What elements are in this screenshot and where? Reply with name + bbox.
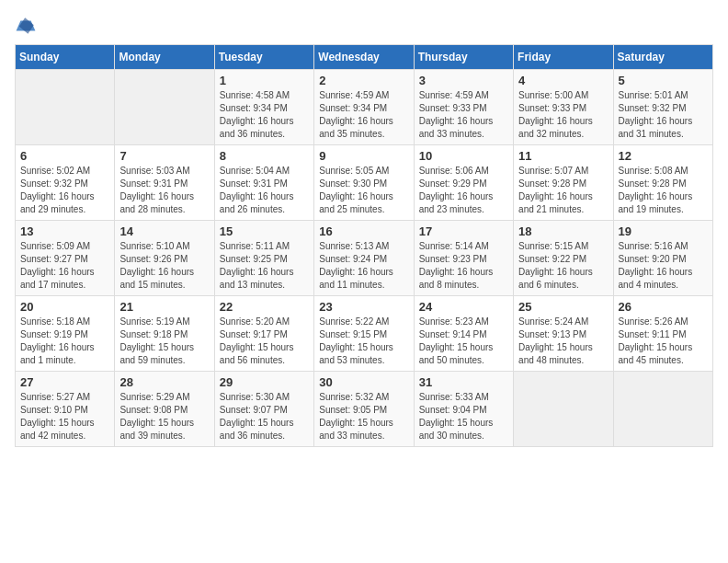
day-content: Sunrise: 5:22 AM Sunset: 9:15 PM Dayligh… bbox=[319, 316, 408, 367]
calendar-cell: 9Sunrise: 5:05 AM Sunset: 9:30 PM Daylig… bbox=[314, 145, 414, 221]
day-content: Sunrise: 5:03 AM Sunset: 9:31 PM Dayligh… bbox=[119, 165, 209, 216]
day-content: Sunrise: 5:05 AM Sunset: 9:30 PM Dayligh… bbox=[319, 165, 408, 216]
calendar-cell: 2Sunrise: 4:59 AM Sunset: 9:34 PM Daylig… bbox=[314, 70, 414, 145]
calendar-cell: 6Sunrise: 5:02 AM Sunset: 9:32 PM Daylig… bbox=[16, 145, 115, 221]
calendar-cell: 30Sunrise: 5:32 AM Sunset: 9:05 PM Dayli… bbox=[314, 372, 414, 447]
day-number: 30 bbox=[319, 375, 408, 389]
logo-icon bbox=[15, 15, 37, 37]
day-number: 15 bbox=[220, 224, 309, 238]
day-content: Sunrise: 5:26 AM Sunset: 9:11 PM Dayligh… bbox=[619, 316, 708, 367]
day-number: 22 bbox=[220, 300, 309, 314]
calendar-cell: 1Sunrise: 4:58 AM Sunset: 9:34 PM Daylig… bbox=[214, 70, 313, 145]
day-number: 17 bbox=[419, 224, 508, 238]
calendar-cell bbox=[16, 70, 115, 145]
day-content: Sunrise: 5:13 AM Sunset: 9:24 PM Dayligh… bbox=[319, 240, 408, 292]
calendar-cell: 14Sunrise: 5:10 AM Sunset: 9:26 PM Dayli… bbox=[115, 221, 214, 296]
day-number: 3 bbox=[419, 74, 508, 87]
calendar-cell: 18Sunrise: 5:15 AM Sunset: 9:22 PM Dayli… bbox=[514, 221, 613, 296]
calendar-week-row: 27Sunrise: 5:27 AM Sunset: 9:10 PM Dayli… bbox=[16, 372, 713, 447]
calendar-cell: 15Sunrise: 5:11 AM Sunset: 9:25 PM Dayli… bbox=[214, 221, 313, 296]
day-number: 12 bbox=[619, 149, 708, 163]
calendar-cell bbox=[613, 372, 712, 447]
day-content: Sunrise: 4:58 AM Sunset: 9:34 PM Dayligh… bbox=[220, 89, 309, 141]
day-content: Sunrise: 5:14 AM Sunset: 9:23 PM Dayligh… bbox=[419, 240, 508, 292]
day-number: 10 bbox=[419, 149, 508, 163]
calendar-cell bbox=[115, 70, 214, 145]
day-content: Sunrise: 5:08 AM Sunset: 9:28 PM Dayligh… bbox=[619, 165, 708, 216]
day-number: 27 bbox=[20, 375, 109, 389]
day-content: Sunrise: 5:00 AM Sunset: 9:33 PM Dayligh… bbox=[518, 89, 608, 141]
calendar-cell: 8Sunrise: 5:04 AM Sunset: 9:31 PM Daylig… bbox=[214, 145, 313, 221]
calendar-week-row: 1Sunrise: 4:58 AM Sunset: 9:34 PM Daylig… bbox=[16, 70, 713, 145]
calendar-cell: 29Sunrise: 5:30 AM Sunset: 9:07 PM Dayli… bbox=[214, 372, 313, 447]
calendar-week-row: 20Sunrise: 5:18 AM Sunset: 9:19 PM Dayli… bbox=[16, 296, 713, 372]
day-number: 4 bbox=[518, 74, 608, 87]
day-number: 20 bbox=[20, 300, 109, 314]
day-number: 6 bbox=[20, 149, 109, 163]
day-number: 26 bbox=[619, 300, 708, 314]
day-content: Sunrise: 5:33 AM Sunset: 9:04 PM Dayligh… bbox=[419, 391, 508, 442]
day-number: 7 bbox=[119, 149, 209, 163]
day-content: Sunrise: 5:16 AM Sunset: 9:20 PM Dayligh… bbox=[619, 240, 708, 292]
logo bbox=[15, 15, 40, 37]
day-content: Sunrise: 4:59 AM Sunset: 9:34 PM Dayligh… bbox=[319, 89, 408, 141]
day-of-week-header: Tuesday bbox=[214, 45, 313, 70]
day-number: 28 bbox=[119, 375, 209, 389]
calendar-cell: 19Sunrise: 5:16 AM Sunset: 9:20 PM Dayli… bbox=[613, 221, 712, 296]
day-content: Sunrise: 5:19 AM Sunset: 9:18 PM Dayligh… bbox=[119, 316, 209, 367]
day-number: 5 bbox=[619, 74, 708, 87]
day-content: Sunrise: 5:32 AM Sunset: 9:05 PM Dayligh… bbox=[319, 391, 408, 442]
calendar-cell: 16Sunrise: 5:13 AM Sunset: 9:24 PM Dayli… bbox=[314, 221, 414, 296]
calendar-body: 1Sunrise: 4:58 AM Sunset: 9:34 PM Daylig… bbox=[16, 70, 713, 447]
day-content: Sunrise: 5:15 AM Sunset: 9:22 PM Dayligh… bbox=[518, 240, 608, 292]
day-content: Sunrise: 5:02 AM Sunset: 9:32 PM Dayligh… bbox=[20, 165, 109, 216]
calendar-cell: 13Sunrise: 5:09 AM Sunset: 9:27 PM Dayli… bbox=[16, 221, 115, 296]
day-content: Sunrise: 5:01 AM Sunset: 9:32 PM Dayligh… bbox=[619, 89, 708, 141]
page-header bbox=[15, 15, 713, 37]
calendar-cell: 3Sunrise: 4:59 AM Sunset: 9:33 PM Daylig… bbox=[414, 70, 513, 145]
day-number: 24 bbox=[419, 300, 508, 314]
day-number: 8 bbox=[220, 149, 309, 163]
day-of-week-header: Thursday bbox=[414, 45, 513, 70]
day-number: 29 bbox=[220, 375, 309, 389]
day-content: Sunrise: 5:09 AM Sunset: 9:27 PM Dayligh… bbox=[20, 240, 109, 292]
day-of-week-header: Saturday bbox=[613, 45, 712, 70]
calendar-cell: 12Sunrise: 5:08 AM Sunset: 9:28 PM Dayli… bbox=[613, 145, 712, 221]
calendar-cell: 24Sunrise: 5:23 AM Sunset: 9:14 PM Dayli… bbox=[414, 296, 513, 372]
day-content: Sunrise: 5:30 AM Sunset: 9:07 PM Dayligh… bbox=[220, 391, 309, 442]
day-of-week-header: Sunday bbox=[16, 45, 115, 70]
calendar-cell: 23Sunrise: 5:22 AM Sunset: 9:15 PM Dayli… bbox=[314, 296, 414, 372]
day-of-week-header: Monday bbox=[115, 45, 214, 70]
calendar-table: SundayMondayTuesdayWednesdayThursdayFrid… bbox=[15, 44, 713, 447]
svg-marker-1 bbox=[19, 17, 34, 34]
day-number: 18 bbox=[518, 224, 608, 238]
day-number: 16 bbox=[319, 224, 408, 238]
calendar-week-row: 13Sunrise: 5:09 AM Sunset: 9:27 PM Dayli… bbox=[16, 221, 713, 296]
day-content: Sunrise: 5:29 AM Sunset: 9:08 PM Dayligh… bbox=[119, 391, 209, 442]
day-number: 31 bbox=[419, 375, 508, 389]
day-number: 1 bbox=[220, 74, 309, 87]
day-content: Sunrise: 5:20 AM Sunset: 9:17 PM Dayligh… bbox=[220, 316, 309, 367]
day-content: Sunrise: 5:18 AM Sunset: 9:19 PM Dayligh… bbox=[20, 316, 109, 367]
calendar-cell bbox=[514, 372, 613, 447]
day-number: 13 bbox=[20, 224, 109, 238]
calendar-header-row: SundayMondayTuesdayWednesdayThursdayFrid… bbox=[16, 45, 713, 70]
day-content: Sunrise: 5:07 AM Sunset: 9:28 PM Dayligh… bbox=[518, 165, 608, 216]
day-content: Sunrise: 5:11 AM Sunset: 9:25 PM Dayligh… bbox=[220, 240, 309, 292]
calendar-cell: 22Sunrise: 5:20 AM Sunset: 9:17 PM Dayli… bbox=[214, 296, 313, 372]
day-of-week-header: Wednesday bbox=[314, 45, 414, 70]
day-content: Sunrise: 4:59 AM Sunset: 9:33 PM Dayligh… bbox=[419, 89, 508, 141]
calendar-week-row: 6Sunrise: 5:02 AM Sunset: 9:32 PM Daylig… bbox=[16, 145, 713, 221]
day-number: 25 bbox=[518, 300, 608, 314]
day-number: 9 bbox=[319, 149, 408, 163]
calendar-cell: 5Sunrise: 5:01 AM Sunset: 9:32 PM Daylig… bbox=[613, 70, 712, 145]
day-number: 2 bbox=[319, 74, 408, 87]
day-of-week-header: Friday bbox=[514, 45, 613, 70]
calendar-cell: 17Sunrise: 5:14 AM Sunset: 9:23 PM Dayli… bbox=[414, 221, 513, 296]
day-number: 23 bbox=[319, 300, 408, 314]
calendar-cell: 26Sunrise: 5:26 AM Sunset: 9:11 PM Dayli… bbox=[613, 296, 712, 372]
day-content: Sunrise: 5:23 AM Sunset: 9:14 PM Dayligh… bbox=[419, 316, 508, 367]
day-content: Sunrise: 5:10 AM Sunset: 9:26 PM Dayligh… bbox=[119, 240, 209, 292]
day-number: 19 bbox=[619, 224, 708, 238]
day-content: Sunrise: 5:27 AM Sunset: 9:10 PM Dayligh… bbox=[20, 391, 109, 442]
